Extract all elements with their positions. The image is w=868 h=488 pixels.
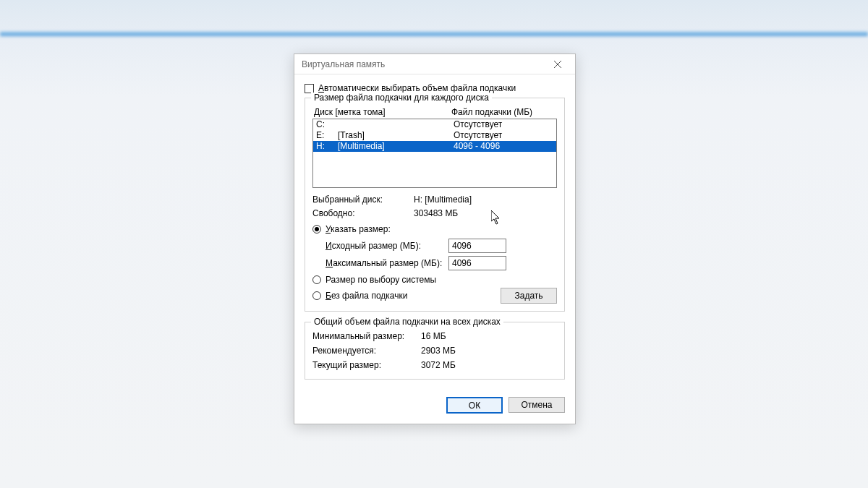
radio-custom-label: Указать размер: <box>326 224 391 234</box>
radio-system-indicator[interactable] <box>312 275 321 284</box>
free-space-value: 303483 МБ <box>414 207 458 220</box>
disk-row-e[interactable]: E: [Trash] Отсутствует <box>313 130 556 141</box>
radio-system-label: Размер по выбору системы <box>326 275 436 285</box>
rec-size-value: 2903 МБ <box>421 344 456 357</box>
close-button[interactable] <box>546 57 569 72</box>
selected-drive-value: H: [Multimedia] <box>414 194 472 206</box>
rec-size-key: Рекомендуется: <box>312 344 421 357</box>
dialog-titlebar[interactable]: Виртуальная память <box>294 54 575 74</box>
totals-legend: Общий объем файла подкачки на всех диска… <box>311 317 503 327</box>
cur-size-value: 3072 МБ <box>421 359 456 372</box>
radio-none-indicator[interactable] <box>312 291 321 300</box>
radio-none-label: Без файла подкачки <box>326 291 407 301</box>
disk-listbox[interactable]: C: Отсутствует E: [Trash] Отсутствует H:… <box>312 119 557 188</box>
auto-manage-checkbox-row[interactable]: Автоматически выбирать объем файла подка… <box>305 83 565 93</box>
set-button[interactable]: Задать <box>501 288 557 304</box>
totals-groupbox: Общий объем файла подкачки на всех диска… <box>305 322 565 380</box>
virtual-memory-dialog: Виртуальная память Автоматически выбират… <box>294 53 576 424</box>
max-size-label: Максимальный размер (МБ): <box>326 258 448 268</box>
min-size-key: Минимальный размер: <box>312 330 421 343</box>
radio-custom-size[interactable]: Указать размер: <box>312 224 557 234</box>
cancel-button[interactable]: Отмена <box>509 397 565 413</box>
max-size-input[interactable] <box>448 256 506 270</box>
col-pf-header: Файл подкачки (МБ) <box>451 107 556 117</box>
per-drive-legend: Размер файла подкачки для каждого диска <box>311 93 492 103</box>
col-drive-header: Диск [метка тома] <box>314 107 451 117</box>
radio-system-size[interactable]: Размер по выбору системы <box>312 275 557 285</box>
cur-size-key: Текущий размер: <box>312 359 421 372</box>
disk-row-c[interactable]: C: Отсутствует <box>313 119 556 130</box>
auto-manage-label: Автоматически выбирать объем файла подка… <box>318 83 516 93</box>
initial-size-label: Исходный размер (МБ): <box>326 241 448 251</box>
close-icon <box>554 61 561 68</box>
per-drive-groupbox: Размер файла подкачки для каждого диска … <box>305 98 565 312</box>
min-size-value: 16 МБ <box>421 330 446 343</box>
dialog-title: Виртуальная память <box>302 59 546 69</box>
radio-no-paging-file[interactable]: Без файла подкачки <box>312 291 407 301</box>
initial-size-input[interactable] <box>448 239 506 253</box>
ok-button[interactable]: ОК <box>446 397 503 414</box>
disk-list-headers: Диск [метка тома] Файл подкачки (МБ) <box>312 104 557 119</box>
free-space-key: Свободно: <box>312 207 414 220</box>
radio-custom-indicator[interactable] <box>312 225 321 234</box>
auto-manage-checkbox[interactable] <box>305 84 314 93</box>
disk-row-h[interactable]: H: [Multimedia] 4096 - 4096 <box>313 141 556 152</box>
selected-drive-key: Выбранный диск: <box>312 194 414 206</box>
